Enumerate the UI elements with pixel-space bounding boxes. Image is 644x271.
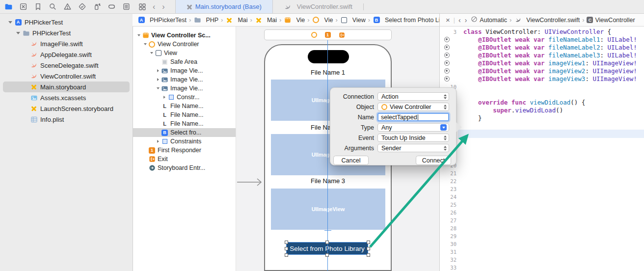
breadcrumb-item-2[interactable]: Mai	[225, 16, 247, 24]
breadcrumb-item-6[interactable]: View	[340, 16, 366, 24]
back-icon[interactable]: ‹	[456, 16, 463, 24]
connected-outlet-indicator[interactable]	[444, 68, 450, 74]
outline-row-file-name-[interactable]: LFile Name...	[133, 119, 236, 128]
reports-icon[interactable]	[122, 2, 131, 11]
tab-viewcontroller-swift[interactable]: ViewController.swift	[273, 0, 363, 13]
disclosure-chevron-icon[interactable]	[149, 52, 155, 54]
tab-main-storyboard[interactable]: Main.storyboard (Base)	[175, 0, 273, 13]
view-controller-icon[interactable]	[311, 32, 317, 38]
type-control[interactable]: Any	[377, 123, 449, 132]
plist-icon	[30, 115, 38, 123]
code-editor-pane[interactable]: 3class ViewController: UIViewController …	[439, 27, 644, 271]
file-row-main-storyboard[interactable]: Main.storyboard	[0, 81, 133, 92]
file-row-appdelegate-swift[interactable]: AppDelegate.swift	[0, 49, 133, 60]
canvas-label-1[interactable]: File Name 1	[265, 69, 391, 76]
forward-button[interactable]: ›	[159, 0, 168, 13]
forward-icon[interactable]: ›	[463, 16, 469, 24]
canvas-imageview-3[interactable]: UIImageView	[271, 189, 385, 230]
breadcrumb-item-5[interactable]: Vie	[312, 16, 333, 24]
selection-handle[interactable]	[367, 241, 370, 244]
back-button[interactable]: ‹	[149, 0, 159, 13]
constraints-icon	[161, 138, 168, 145]
connected-outlet-indicator[interactable]	[444, 60, 450, 66]
connected-outlet-indicator[interactable]	[444, 37, 450, 42]
outline-row-select-fro-[interactable]: BSelect fro...	[133, 128, 236, 137]
disclosure-chevron-icon[interactable]	[161, 96, 167, 99]
connected-outlet-indicator[interactable]	[444, 76, 450, 81]
canvas-label-3[interactable]: File Name 3	[265, 177, 391, 185]
selection-handle[interactable]	[367, 253, 370, 257]
combo-dropdown-icon[interactable]	[440, 124, 447, 131]
outline-row-image-vie-[interactable]: Image Vie...	[133, 66, 236, 75]
outline-row-storyboard-entr-[interactable]: Storyboard Entr...	[133, 163, 236, 172]
jump-bar-symbol[interactable]: C ViewController	[587, 17, 635, 24]
file-row-phpickertest[interactable]: PHPickerTest	[0, 27, 133, 38]
find-icon[interactable]	[48, 2, 57, 11]
file-row-viewcontroller-swift[interactable]: ViewController.swift	[0, 71, 133, 81]
outline-row-image-vie-[interactable]: Image Vie...	[133, 84, 236, 93]
breakpoints-icon[interactable]	[107, 2, 116, 11]
selection-handle[interactable]	[285, 247, 288, 250]
selection-handle[interactable]	[285, 241, 288, 244]
file-row-assets-xcassets[interactable]: Assets.xcassets	[0, 92, 133, 103]
disclosure-chevron-icon[interactable]	[155, 78, 161, 81]
file-row-imagefile-swift[interactable]: ImageFile.swift	[0, 38, 133, 49]
connected-outlet-indicator[interactable]	[444, 45, 450, 50]
selection-handle[interactable]	[285, 253, 288, 257]
file-row-launchscreen-storyboard[interactable]: LaunchScreen.storyboard	[0, 103, 133, 114]
file-row-scenedelegate-swift[interactable]: SceneDelegate.swift	[0, 60, 133, 71]
disclosure-chevron-icon[interactable]	[155, 69, 161, 72]
exit-icon[interactable]	[339, 32, 345, 38]
outline-label: Constr...	[177, 94, 200, 101]
outline-row-constraints[interactable]: Constraints	[133, 137, 236, 146]
selection-handle[interactable]	[325, 253, 329, 257]
breadcrumb-item-3[interactable]: Mai	[255, 16, 277, 24]
jump-bar-automatic[interactable]: Automatic	[480, 17, 507, 24]
disclosure-chevron-icon[interactable]	[14, 32, 22, 34]
close-editor-icon[interactable]: ×	[444, 16, 452, 24]
event-control[interactable]: Touch Up Inside	[377, 134, 449, 142]
connect-button[interactable]: Connect	[416, 156, 451, 165]
outline-row-image-vie-[interactable]: Image Vie...	[133, 75, 236, 84]
cancel-button[interactable]: Cancel	[333, 156, 369, 165]
disclosure-chevron-icon[interactable]	[142, 43, 148, 45]
name-control[interactable]: selectTapped	[377, 113, 449, 121]
project-navigator-icon[interactable]	[4, 2, 13, 11]
issues-icon[interactable]	[63, 2, 72, 11]
object-control[interactable]: View Controller	[377, 103, 449, 111]
connected-outlet-indicator[interactable]	[444, 53, 450, 58]
outline-row-constr-[interactable]: Constr...	[133, 93, 236, 102]
jump-bar-file[interactable]: ViewController.swift	[514, 16, 580, 24]
outline-label: First Responder	[158, 147, 201, 154]
debug-icon[interactable]	[92, 2, 101, 11]
outline-row-view-controller-sc-[interactable]: View Controller Sc...	[133, 31, 236, 40]
tab-overview-icon[interactable]	[133, 0, 149, 13]
file-row-info-plist[interactable]: Info.plist	[0, 114, 133, 125]
selection-handle[interactable]	[367, 247, 370, 250]
outline-row-file-name-[interactable]: LFile Name...	[133, 110, 236, 119]
tests-icon[interactable]	[78, 2, 86, 11]
line-number: 29	[444, 233, 456, 239]
outline-row-first-responder[interactable]: 1First Responder	[133, 146, 236, 155]
file-row-phpickertest[interactable]: APHPickerTest	[0, 17, 133, 27]
outline-row-file-name-[interactable]: LFile Name...	[133, 102, 236, 110]
outline-row-view[interactable]: View	[133, 49, 236, 57]
disclosure-chevron-icon[interactable]	[155, 87, 161, 89]
automatic-mode-icon[interactable]	[469, 16, 480, 24]
connection-control[interactable]: Action	[377, 92, 449, 101]
breadcrumb-item-0[interactable]: APHPickerTest	[137, 16, 187, 24]
source-control-icon[interactable]	[19, 2, 27, 11]
code-line-9: @IBOutlet weak var imageView3: UIImageVi…	[463, 75, 637, 83]
selection-handle[interactable]	[325, 241, 329, 244]
disclosure-chevron-icon[interactable]	[6, 21, 14, 24]
disclosure-chevron-icon[interactable]	[155, 140, 161, 143]
breadcrumb-item-4[interactable]: Vie	[284, 16, 305, 24]
first-responder-icon[interactable]: 1	[325, 32, 331, 38]
outline-row-exit[interactable]: Exit	[133, 155, 236, 163]
outline-row-safe-area[interactable]: Safe Area	[133, 57, 236, 66]
outline-row-view-controller[interactable]: View Controller	[133, 40, 236, 49]
bookmarks-icon[interactable]	[33, 2, 42, 11]
arguments-control[interactable]: Sender	[377, 144, 449, 152]
breadcrumb-item-1[interactable]: PHP	[193, 16, 218, 24]
disclosure-chevron-icon[interactable]	[136, 34, 142, 36]
